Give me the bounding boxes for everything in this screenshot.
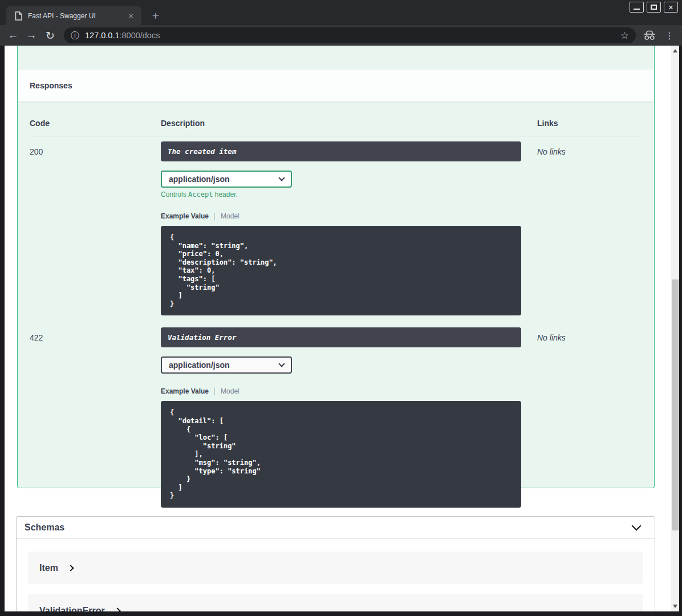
close-window-icon: × xyxy=(668,3,673,11)
accept-header-note: Controls Accept header. xyxy=(161,191,537,198)
col-header-description: Description xyxy=(161,119,537,128)
maximize-icon xyxy=(651,5,657,10)
col-header-code: Code xyxy=(30,119,161,128)
response-row-422: 422 Validation Error application/json Ex… xyxy=(30,322,642,508)
response-links: No links xyxy=(537,327,642,508)
scrollbar-thumb[interactable] xyxy=(672,279,679,530)
page-content: Responses Code Description Links 200 The… xyxy=(5,46,671,611)
response-description: The created item xyxy=(161,141,521,161)
operation-panel: Responses Code Description Links 200 The… xyxy=(17,46,655,488)
schemas-section: Schemas Item ValidationError xyxy=(16,516,655,611)
media-type-select[interactable]: application/json xyxy=(161,171,292,188)
responses-section-header: Responses xyxy=(18,70,654,102)
chevron-down-icon xyxy=(278,361,285,367)
browser-toolbar: ← → ↻ ⓘ 127.0.0.1:8000/docs ☆ ⋮ xyxy=(0,25,682,46)
window-controls: × xyxy=(630,2,678,13)
responses-table-header: Code Description Links xyxy=(30,102,642,136)
example-json-block: { "detail": [ { "loc": [ "string" ], "ms… xyxy=(161,401,521,508)
example-model-tabs: Example Value Model xyxy=(161,212,537,220)
tab-divider xyxy=(214,213,215,220)
schemas-body: Item ValidationError xyxy=(17,538,655,611)
responses-table: Code Description Links 200 The created i… xyxy=(18,102,654,519)
url-path: :8000/docs xyxy=(119,31,160,40)
response-links: No links xyxy=(537,141,642,315)
forward-button[interactable]: → xyxy=(23,25,40,46)
maximize-button[interactable] xyxy=(647,2,661,13)
response-description-cell: The created item application/json Contro… xyxy=(161,141,537,315)
bookmark-star-icon[interactable]: ☆ xyxy=(620,30,629,42)
minimize-button[interactable] xyxy=(630,2,644,13)
response-code: 200 xyxy=(30,141,161,315)
close-window-button[interactable]: × xyxy=(664,2,678,13)
media-type-value: application/json xyxy=(169,175,230,184)
tab-model[interactable]: Model xyxy=(221,387,239,395)
responses-title: Responses xyxy=(30,81,72,90)
minimize-icon xyxy=(634,9,640,10)
titlebar: × Fast API - Swagger UI × + xyxy=(0,0,682,25)
example-json-block: { "name": "string", "price": 0, "descrip… xyxy=(161,226,521,315)
response-row-200: 200 The created item application/json Co… xyxy=(30,136,642,315)
chevron-down-icon xyxy=(278,175,285,181)
model-label: Item xyxy=(39,563,58,573)
tab-title: Fast API - Swagger UI xyxy=(28,12,126,20)
site-info-icon[interactable]: ⓘ xyxy=(71,30,79,41)
incognito-icon[interactable] xyxy=(643,30,656,43)
example-model-tabs: Example Value Model xyxy=(161,387,537,395)
url-host: 127.0.0.1 xyxy=(85,31,119,40)
scrollbar[interactable] xyxy=(671,46,679,611)
tab-example-value[interactable]: Example Value xyxy=(161,212,209,220)
browser-menu-icon[interactable]: ⋮ xyxy=(663,25,676,46)
tab-close-icon[interactable]: × xyxy=(126,11,136,21)
response-description: Validation Error xyxy=(161,327,521,347)
response-description-cell: Validation Error application/json Exampl… xyxy=(161,327,537,508)
model-label: ValidationError xyxy=(39,606,105,612)
reload-button[interactable]: ↻ xyxy=(42,25,59,46)
tab-example-value[interactable]: Example Value xyxy=(161,387,209,395)
browser-tab[interactable]: Fast API - Swagger UI × xyxy=(6,6,141,25)
document-icon xyxy=(15,11,22,21)
model-item[interactable]: Item xyxy=(28,552,643,584)
chevron-right-icon xyxy=(114,607,120,611)
back-button[interactable]: ← xyxy=(5,25,22,46)
address-bar[interactable]: ⓘ 127.0.0.1:8000/docs ☆ xyxy=(64,27,636,43)
model-validationerror[interactable]: ValidationError xyxy=(28,594,643,611)
tab-divider xyxy=(214,388,215,395)
schemas-title: Schemas xyxy=(25,522,64,533)
chevron-right-icon xyxy=(67,565,74,571)
scroll-down-icon[interactable] xyxy=(673,605,677,608)
new-tab-button[interactable]: + xyxy=(149,9,163,23)
chevron-down-icon[interactable] xyxy=(632,521,642,530)
scroll-up-icon[interactable] xyxy=(673,49,677,52)
media-type-select[interactable]: application/json xyxy=(161,356,292,374)
tab-model[interactable]: Model xyxy=(221,212,239,220)
response-code: 422 xyxy=(30,327,161,508)
schemas-header[interactable]: Schemas xyxy=(17,517,655,538)
media-type-value: application/json xyxy=(169,360,230,370)
col-header-links: Links xyxy=(537,119,642,128)
